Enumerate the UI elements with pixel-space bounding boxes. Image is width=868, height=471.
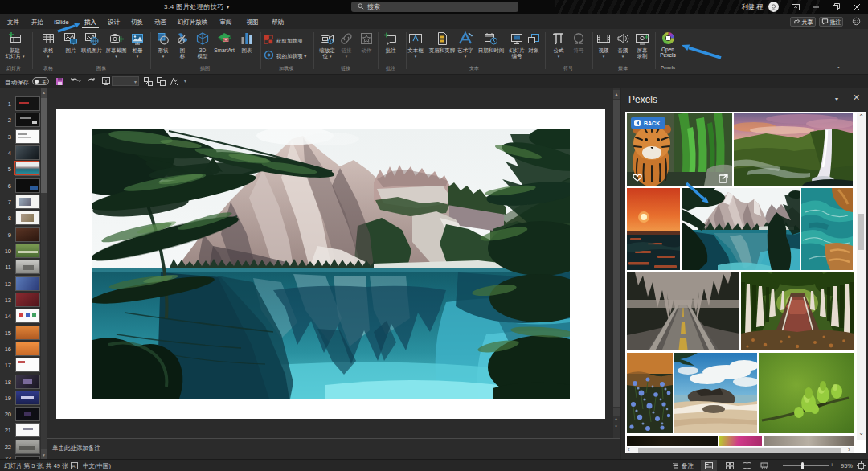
- svg-text:A: A: [72, 464, 76, 469]
- svg-text:BACK: BACK: [644, 121, 660, 126]
